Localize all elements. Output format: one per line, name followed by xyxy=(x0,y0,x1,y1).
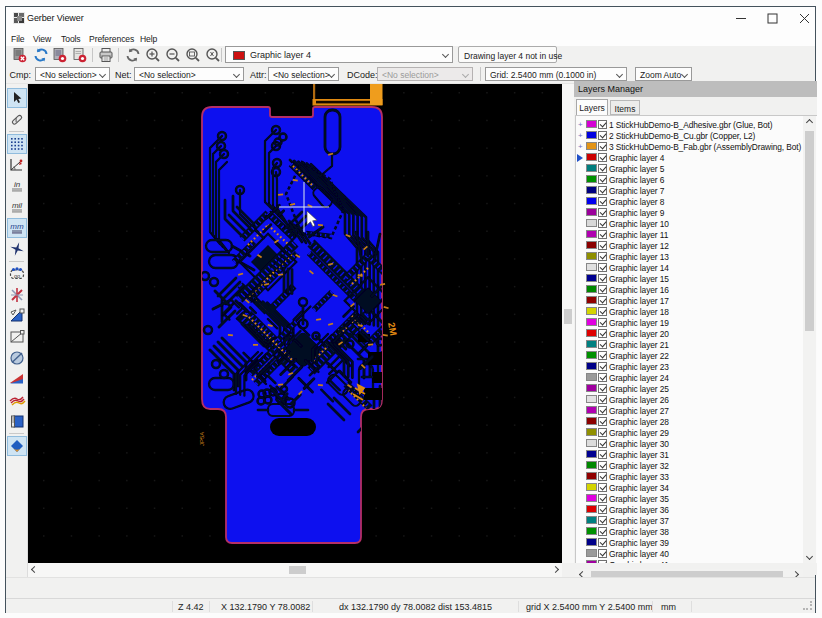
svg-text:oo: oo xyxy=(14,273,20,279)
svg-text:JP5A: JP5A xyxy=(199,432,205,446)
svg-text:mil: mil xyxy=(12,201,22,210)
svg-text:in: in xyxy=(14,180,21,189)
svg-text:2M: 2M xyxy=(386,321,399,336)
svg-text:mm: mm xyxy=(10,222,24,231)
